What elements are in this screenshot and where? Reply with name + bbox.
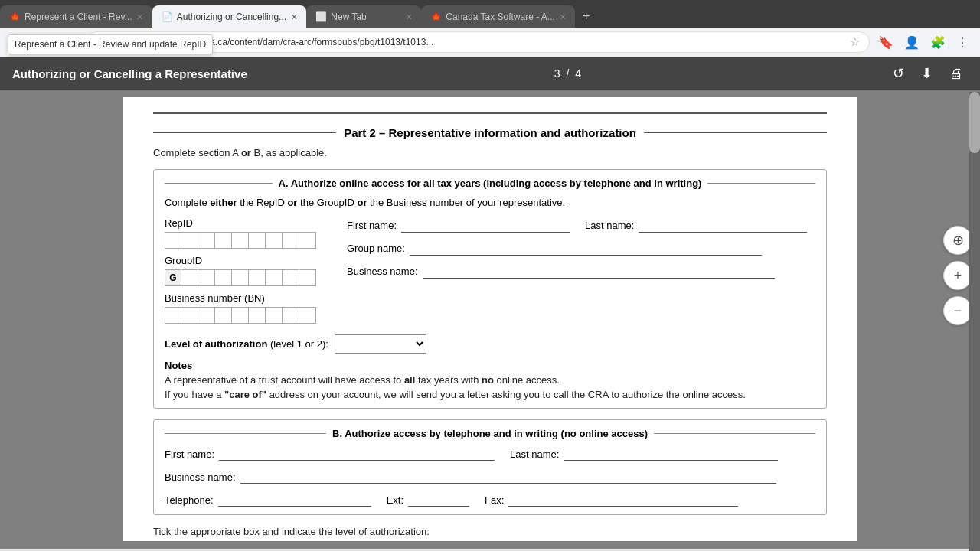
group-name-label: Group name: — [347, 243, 405, 254]
tab4-close[interactable]: × — [560, 11, 566, 23]
b-ext-group: Ext: — [387, 493, 469, 507]
level-label-bold: Level of authorization — [165, 338, 267, 350]
groupid-cell-8[interactable] — [299, 269, 316, 286]
groupid-cell-2[interactable] — [198, 269, 215, 286]
pdf-refresh-button[interactable]: ↺ — [888, 64, 909, 83]
b-fax-input[interactable] — [508, 493, 738, 507]
tab-tooltip: Represent a Client - Review and update R… — [8, 34, 213, 54]
group-name-input[interactable] — [410, 240, 762, 256]
first-name-label: First name: — [347, 220, 397, 231]
repid-cell-6[interactable] — [249, 232, 266, 249]
repid-cell-4[interactable] — [215, 232, 232, 249]
pdf-toolbar: Authorizing or Cancelling a Representati… — [0, 57, 980, 90]
bn-group: Business number (BN) — [165, 292, 316, 324]
groupid-cell-3[interactable] — [215, 269, 232, 286]
tab-represent-client[interactable]: 🍁 Represent a Client - Rev... × Represen… — [0, 5, 152, 28]
repid-cell-8[interactable] — [283, 232, 299, 249]
bn-cell-6[interactable] — [249, 307, 266, 324]
repid-cell-5[interactable] — [232, 232, 249, 249]
tab1-title: Represent a Client - Rev... — [24, 11, 132, 22]
groupid-cell-5[interactable] — [249, 269, 266, 286]
groupid-cell-1[interactable] — [181, 269, 198, 286]
puzzle-button[interactable]: 🧩 — [926, 33, 949, 52]
b-first-name-label: First name: — [165, 448, 214, 460]
notes-box: Notes A representative of a trust accoun… — [165, 360, 815, 400]
fit-page-button[interactable]: ⊕ — [943, 226, 972, 255]
extensions-button[interactable]: 🔖 — [874, 33, 897, 52]
group-name-group: Group name: — [347, 240, 815, 256]
repid-input[interactable] — [165, 232, 316, 249]
scrollbar-track[interactable] — [969, 92, 980, 551]
b-first-name-group: First name: — [165, 447, 495, 461]
b-contact-row: Telephone: Ext: Fax: — [165, 493, 815, 507]
tab4-favicon: 🍁 — [430, 11, 441, 22]
scrollbar-thumb[interactable] — [969, 92, 980, 153]
tick-instruction: Tick the appropriate box and indicate th… — [153, 526, 827, 537]
pdf-print-button[interactable]: 🖨 — [945, 64, 968, 83]
b-last-name-group: Last name: — [510, 447, 778, 461]
groupid-cell-7[interactable] — [283, 269, 299, 286]
section-a-title: A. Authorize online access for all tax y… — [273, 178, 708, 189]
groupid-group: GroupID G — [165, 255, 316, 286]
bn-cell-4[interactable] — [215, 307, 232, 324]
first-name-group: First name: — [347, 217, 570, 233]
bn-cell-7[interactable] — [266, 307, 283, 324]
last-name-label: Last name: — [585, 220, 634, 231]
settings-button[interactable]: ⋮ — [952, 33, 972, 52]
tab-new[interactable]: ⬜ New Tab × — [306, 5, 421, 28]
last-name-group: Last name: — [585, 217, 807, 233]
groupid-cell-4[interactable] — [232, 269, 249, 286]
b-last-name-label: Last name: — [510, 448, 559, 460]
bn-cell-3[interactable] — [198, 307, 215, 324]
b-telephone-input[interactable] — [218, 493, 371, 507]
pdf-download-button[interactable]: ⬇ — [916, 64, 937, 83]
level-dropdown[interactable]: 1 2 — [335, 334, 426, 354]
account-button[interactable]: 👤 — [900, 33, 923, 52]
bn-cell-8[interactable] — [283, 307, 299, 324]
repid-cell-2[interactable] — [181, 232, 198, 249]
b-telephone-label: Telephone: — [165, 494, 214, 506]
bn-cell-1[interactable] — [165, 307, 181, 324]
bookmark-star-icon[interactable]: ☆ — [850, 35, 860, 49]
section-b-title: B. Authorize access by telephone and in … — [326, 428, 654, 439]
bn-cell-2[interactable] — [181, 307, 198, 324]
tab-canada-tax[interactable]: 🍁 Canada Tax Software - A... × — [421, 5, 575, 28]
tab1-favicon: 🍁 — [9, 11, 20, 22]
pdf-page-nav: 3 / 4 — [554, 67, 581, 80]
tab3-close[interactable]: × — [406, 11, 412, 23]
level-label: Level of authorization (level 1 or 2): — [165, 338, 328, 350]
b-last-name-input[interactable] — [564, 447, 778, 461]
repid-cell-1[interactable] — [165, 232, 181, 249]
b-first-name-input[interactable] — [219, 447, 495, 461]
bn-input[interactable] — [165, 307, 316, 324]
new-tab-button[interactable]: + — [575, 5, 597, 28]
repid-cell-9[interactable] — [299, 232, 316, 249]
bn-cell-5[interactable] — [232, 307, 249, 324]
b-business-name-label: Business name: — [165, 471, 236, 483]
tab2-close[interactable]: × — [291, 11, 297, 23]
b-ext-label: Ext: — [387, 494, 403, 506]
pdf-page: Part 2 – Representative information and … — [122, 97, 858, 541]
pdf-title: Authorizing or Cancelling a Representati… — [12, 67, 247, 80]
groupid-cell-6[interactable] — [266, 269, 283, 286]
b-business-name-input[interactable] — [240, 470, 776, 484]
last-name-input[interactable] — [639, 217, 807, 233]
pdf-page-current: 3 — [554, 67, 560, 80]
tab-authorizing[interactable]: 📄 Authorizing or Cancelling... × — [152, 5, 307, 28]
tab1-close[interactable]: × — [137, 11, 143, 23]
b-fax-group: Fax: — [485, 493, 738, 507]
pdf-content[interactable]: Part 2 – Representative information and … — [0, 90, 980, 549]
tab2-title: Authorizing or Cancelling... — [177, 11, 286, 22]
zoom-in-button[interactable]: + — [943, 261, 972, 290]
section-b: B. Authorize access by telephone and in … — [153, 419, 827, 515]
business-name-input[interactable] — [423, 263, 775, 279]
pdf-page-total: 4 — [575, 67, 581, 80]
repid-cell-7[interactable] — [266, 232, 283, 249]
groupid-input[interactable]: G — [165, 269, 316, 286]
repid-cell-3[interactable] — [198, 232, 215, 249]
first-name-input[interactable] — [401, 217, 570, 233]
b-ext-input[interactable] — [408, 493, 469, 507]
name-column: First name: Last name: Group name: — [347, 217, 815, 324]
bn-cell-9[interactable] — [299, 307, 316, 324]
zoom-out-button[interactable]: − — [943, 296, 972, 325]
